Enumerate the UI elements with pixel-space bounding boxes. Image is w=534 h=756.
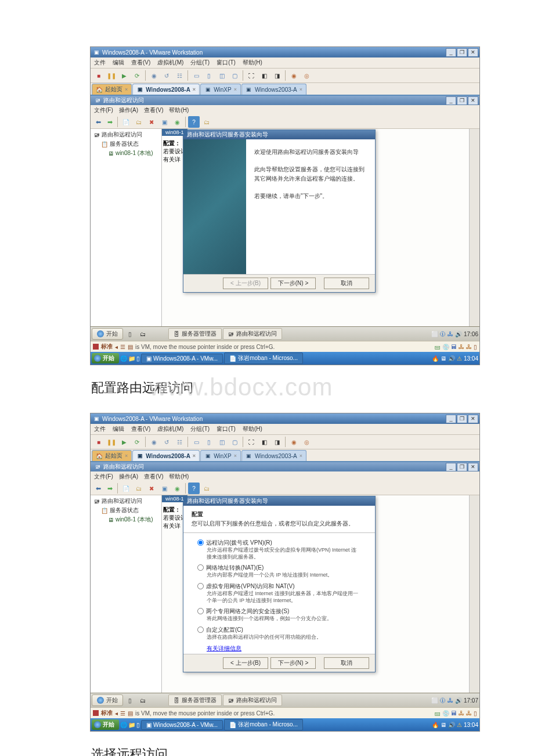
stop-icon[interactable]: ■: [93, 436, 104, 448]
tab-winxp[interactable]: ▣ WinXP ×: [200, 84, 241, 95]
device-icon[interactable]: 🖴: [435, 710, 441, 717]
tray-volume-icon[interactable]: 🔊: [455, 331, 462, 337]
close-icon[interactable]: ×: [193, 87, 196, 92]
quick-launch-icon[interactable]: 📁: [128, 722, 135, 728]
radio-nat[interactable]: [197, 564, 204, 571]
device-icon[interactable]: 🖧: [459, 344, 464, 350]
up-icon[interactable]: 📄: [120, 116, 132, 128]
device-icon[interactable]: 🖴: [435, 344, 441, 350]
refresh-icon[interactable]: ▣: [158, 483, 170, 494]
tray-action-center-icon[interactable]: 🛈: [440, 331, 446, 337]
up-icon[interactable]: 📄: [120, 483, 132, 494]
maximize-button[interactable]: ❐: [457, 463, 467, 471]
gmenu-help[interactable]: 帮助(H): [169, 106, 189, 114]
minimize-button[interactable]: _: [446, 415, 456, 423]
tree-server-status[interactable]: 📋 服务器状态: [92, 506, 160, 515]
quick-launch-icon[interactable]: 🌐: [120, 355, 127, 362]
menu-view[interactable]: 查看(V): [131, 425, 150, 433]
reset-icon[interactable]: ⟳: [131, 70, 143, 81]
gmenu-action[interactable]: 操作(A): [119, 106, 138, 114]
tool2-icon[interactable]: ◎: [301, 70, 312, 81]
snapshot-icon[interactable]: ◉: [148, 436, 160, 448]
next-button[interactable]: 下一步(N) >: [270, 657, 316, 669]
tray-icon[interactable]: ⚠: [457, 355, 462, 362]
close-button[interactable]: ✕: [468, 415, 478, 423]
close-button[interactable]: ✕: [468, 96, 478, 105]
export-icon[interactable]: ◉: [171, 483, 183, 494]
device-icon[interactable]: ▯: [474, 344, 477, 350]
guest-start-button[interactable]: 开始: [92, 694, 123, 706]
host-task-vmware[interactable]: ▣ Windows2008-A - VMw...: [141, 354, 223, 363]
explorer-icon[interactable]: 🗂: [137, 694, 149, 706]
menu-file[interactable]: 文件: [94, 425, 106, 433]
quick-launch-icon[interactable]: ▯: [136, 722, 140, 728]
screen4-icon[interactable]: ▢: [229, 70, 240, 81]
screen2-icon[interactable]: ▯: [203, 436, 215, 448]
host-task-vmware[interactable]: ▣ Windows2008-A - VMw...: [141, 720, 223, 730]
tray-icon[interactable]: 🔊: [448, 722, 455, 728]
play-icon[interactable]: ▶: [118, 70, 130, 81]
fullscreen-icon[interactable]: ⛶: [246, 436, 257, 448]
export-icon[interactable]: ◉: [171, 116, 183, 128]
tray-icon[interactable]: 🖥: [441, 722, 446, 728]
tray-icon[interactable]: 🔥: [432, 722, 439, 728]
reset-icon[interactable]: ⟳: [131, 436, 143, 448]
maximize-button[interactable]: ❐: [457, 48, 467, 57]
gmenu-view[interactable]: 查看(V): [144, 106, 163, 114]
host-task-word[interactable]: 📄 张岩moban - Microso...: [224, 719, 303, 730]
tab-win2008a[interactable]: ▣ Windows2008-A ×: [132, 84, 200, 95]
tool1-icon[interactable]: ◉: [288, 436, 300, 448]
tab-win2003a[interactable]: ▣ Windows2003-A ×: [241, 450, 306, 461]
tree-root[interactable]: 🖳 路由和远程访问: [92, 130, 160, 139]
device-icon[interactable]: 🖬: [451, 344, 457, 350]
close-icon[interactable]: ×: [300, 453, 302, 459]
manage-icon[interactable]: ☷: [174, 436, 185, 448]
tree-server-status[interactable]: 📋 服务器状态: [92, 139, 160, 149]
close-icon[interactable]: ×: [300, 87, 302, 92]
tray-icon[interactable]: 🖥: [441, 355, 446, 362]
screen4-icon[interactable]: ▢: [229, 436, 240, 448]
close-icon[interactable]: ×: [125, 87, 128, 92]
tab-win2008a[interactable]: ▣ Windows2008-A ×: [132, 450, 200, 461]
unity-icon[interactable]: ◧: [258, 70, 270, 81]
menu-edit[interactable]: 编辑: [113, 59, 124, 67]
tray-network-icon[interactable]: 🖧: [448, 331, 453, 337]
manage-icon[interactable]: ☷: [174, 70, 185, 81]
back-icon[interactable]: ⬅: [93, 483, 103, 494]
revert-icon[interactable]: ↺: [161, 436, 172, 448]
menu-help[interactable]: 帮助(H): [243, 59, 262, 67]
pause-icon[interactable]: ❚❚: [106, 70, 117, 81]
screen3-icon[interactable]: ◫: [216, 70, 228, 81]
host-clock[interactable]: 13:04: [464, 355, 478, 362]
cancel-button[interactable]: 取消: [324, 278, 369, 289]
menu-file[interactable]: 文件: [94, 59, 106, 67]
back-button[interactable]: < 上一步(B): [223, 657, 268, 669]
props-icon[interactable]: 🗂: [133, 483, 145, 494]
task-server-manager[interactable]: 🗄 服务器管理器: [168, 328, 222, 340]
menu-view[interactable]: 查看(V): [131, 59, 150, 67]
tray-icon[interactable]: ⬜: [431, 697, 438, 704]
close-icon[interactable]: ×: [125, 453, 128, 459]
quick-launch-icon[interactable]: ▯: [136, 355, 140, 362]
forward-icon[interactable]: ➡: [104, 483, 115, 494]
screen-icon[interactable]: ▭: [190, 436, 202, 448]
tool2-icon[interactable]: ◎: [301, 436, 312, 448]
menu-vm[interactable]: 虚拟机(M): [157, 59, 183, 67]
stop-icon[interactable]: ■: [93, 70, 104, 81]
task-server-manager[interactable]: 🗄 服务器管理器: [168, 694, 222, 706]
props-icon[interactable]: 🗂: [133, 116, 145, 128]
play-icon[interactable]: ▶: [118, 436, 130, 448]
show-desktop-icon[interactable]: ▯: [124, 328, 136, 340]
gmenu-help[interactable]: 帮助(H): [169, 473, 189, 481]
help-icon[interactable]: ?: [188, 116, 200, 128]
minimize-button[interactable]: _: [446, 96, 456, 105]
close-icon[interactable]: ×: [234, 87, 237, 92]
fullscreen-icon[interactable]: ⛶: [246, 70, 257, 81]
scrollbar[interactable]: [469, 495, 479, 693]
refresh-icon[interactable]: ▣: [158, 116, 170, 128]
tab-home[interactable]: 🏠 起始页 ×: [92, 84, 132, 95]
gmenu-file[interactable]: 文件(F): [94, 473, 113, 481]
tab-home[interactable]: 🏠 起始页 ×: [92, 450, 132, 461]
device-icon[interactable]: 🖬: [451, 710, 457, 717]
close-button[interactable]: ✕: [468, 463, 478, 471]
